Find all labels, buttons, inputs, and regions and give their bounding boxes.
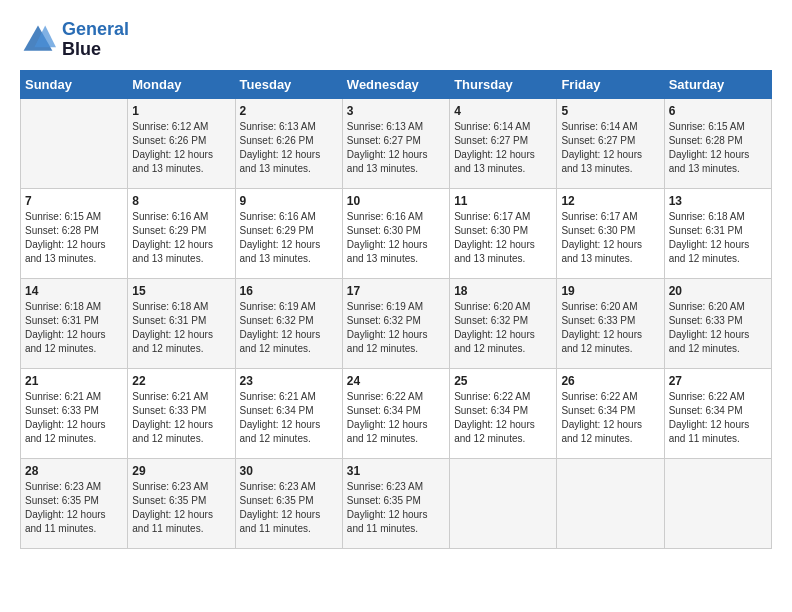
week-row-3: 14Sunrise: 6:18 AM Sunset: 6:31 PM Dayli… xyxy=(21,278,772,368)
day-cell: 28Sunrise: 6:23 AM Sunset: 6:35 PM Dayli… xyxy=(21,458,128,548)
day-info: Sunrise: 6:16 AM Sunset: 6:29 PM Dayligh… xyxy=(240,210,338,266)
day-cell: 22Sunrise: 6:21 AM Sunset: 6:33 PM Dayli… xyxy=(128,368,235,458)
day-info: Sunrise: 6:21 AM Sunset: 6:33 PM Dayligh… xyxy=(132,390,230,446)
day-info: Sunrise: 6:23 AM Sunset: 6:35 PM Dayligh… xyxy=(347,480,445,536)
day-info: Sunrise: 6:22 AM Sunset: 6:34 PM Dayligh… xyxy=(561,390,659,446)
day-cell: 21Sunrise: 6:21 AM Sunset: 6:33 PM Dayli… xyxy=(21,368,128,458)
day-cell: 1Sunrise: 6:12 AM Sunset: 6:26 PM Daylig… xyxy=(128,98,235,188)
day-header-monday: Monday xyxy=(128,70,235,98)
day-header-saturday: Saturday xyxy=(664,70,771,98)
day-info: Sunrise: 6:23 AM Sunset: 6:35 PM Dayligh… xyxy=(240,480,338,536)
day-info: Sunrise: 6:18 AM Sunset: 6:31 PM Dayligh… xyxy=(132,300,230,356)
day-number: 16 xyxy=(240,284,338,298)
day-cell: 18Sunrise: 6:20 AM Sunset: 6:32 PM Dayli… xyxy=(450,278,557,368)
day-info: Sunrise: 6:13 AM Sunset: 6:26 PM Dayligh… xyxy=(240,120,338,176)
day-number: 3 xyxy=(347,104,445,118)
day-cell xyxy=(557,458,664,548)
day-cell: 30Sunrise: 6:23 AM Sunset: 6:35 PM Dayli… xyxy=(235,458,342,548)
day-cell: 5Sunrise: 6:14 AM Sunset: 6:27 PM Daylig… xyxy=(557,98,664,188)
day-cell: 14Sunrise: 6:18 AM Sunset: 6:31 PM Dayli… xyxy=(21,278,128,368)
day-number: 7 xyxy=(25,194,123,208)
day-number: 2 xyxy=(240,104,338,118)
day-cell: 13Sunrise: 6:18 AM Sunset: 6:31 PM Dayli… xyxy=(664,188,771,278)
day-cell: 12Sunrise: 6:17 AM Sunset: 6:30 PM Dayli… xyxy=(557,188,664,278)
day-header-tuesday: Tuesday xyxy=(235,70,342,98)
logo-text: General Blue xyxy=(62,20,129,60)
day-info: Sunrise: 6:20 AM Sunset: 6:33 PM Dayligh… xyxy=(669,300,767,356)
day-cell xyxy=(450,458,557,548)
day-number: 24 xyxy=(347,374,445,388)
day-number: 18 xyxy=(454,284,552,298)
day-info: Sunrise: 6:14 AM Sunset: 6:27 PM Dayligh… xyxy=(561,120,659,176)
logo-line2: Blue xyxy=(62,40,129,60)
day-cell xyxy=(664,458,771,548)
day-number: 23 xyxy=(240,374,338,388)
day-number: 8 xyxy=(132,194,230,208)
week-row-4: 21Sunrise: 6:21 AM Sunset: 6:33 PM Dayli… xyxy=(21,368,772,458)
logo-line1: General xyxy=(62,20,129,40)
day-cell: 17Sunrise: 6:19 AM Sunset: 6:32 PM Dayli… xyxy=(342,278,449,368)
day-number: 15 xyxy=(132,284,230,298)
day-info: Sunrise: 6:21 AM Sunset: 6:33 PM Dayligh… xyxy=(25,390,123,446)
day-number: 28 xyxy=(25,464,123,478)
day-number: 27 xyxy=(669,374,767,388)
day-info: Sunrise: 6:13 AM Sunset: 6:27 PM Dayligh… xyxy=(347,120,445,176)
day-cell: 20Sunrise: 6:20 AM Sunset: 6:33 PM Dayli… xyxy=(664,278,771,368)
week-row-1: 1Sunrise: 6:12 AM Sunset: 6:26 PM Daylig… xyxy=(21,98,772,188)
days-header-row: SundayMondayTuesdayWednesdayThursdayFrid… xyxy=(21,70,772,98)
day-number: 19 xyxy=(561,284,659,298)
day-info: Sunrise: 6:22 AM Sunset: 6:34 PM Dayligh… xyxy=(454,390,552,446)
day-number: 22 xyxy=(132,374,230,388)
day-info: Sunrise: 6:16 AM Sunset: 6:30 PM Dayligh… xyxy=(347,210,445,266)
day-info: Sunrise: 6:23 AM Sunset: 6:35 PM Dayligh… xyxy=(25,480,123,536)
day-header-sunday: Sunday xyxy=(21,70,128,98)
day-cell: 24Sunrise: 6:22 AM Sunset: 6:34 PM Dayli… xyxy=(342,368,449,458)
day-cell: 8Sunrise: 6:16 AM Sunset: 6:29 PM Daylig… xyxy=(128,188,235,278)
day-number: 5 xyxy=(561,104,659,118)
day-number: 31 xyxy=(347,464,445,478)
day-info: Sunrise: 6:15 AM Sunset: 6:28 PM Dayligh… xyxy=(669,120,767,176)
day-info: Sunrise: 6:14 AM Sunset: 6:27 PM Dayligh… xyxy=(454,120,552,176)
day-number: 9 xyxy=(240,194,338,208)
day-cell xyxy=(21,98,128,188)
day-cell: 2Sunrise: 6:13 AM Sunset: 6:26 PM Daylig… xyxy=(235,98,342,188)
day-number: 21 xyxy=(25,374,123,388)
day-info: Sunrise: 6:15 AM Sunset: 6:28 PM Dayligh… xyxy=(25,210,123,266)
day-cell: 10Sunrise: 6:16 AM Sunset: 6:30 PM Dayli… xyxy=(342,188,449,278)
calendar-table: SundayMondayTuesdayWednesdayThursdayFrid… xyxy=(20,70,772,549)
day-number: 13 xyxy=(669,194,767,208)
day-number: 11 xyxy=(454,194,552,208)
day-info: Sunrise: 6:22 AM Sunset: 6:34 PM Dayligh… xyxy=(669,390,767,446)
day-info: Sunrise: 6:23 AM Sunset: 6:35 PM Dayligh… xyxy=(132,480,230,536)
day-number: 17 xyxy=(347,284,445,298)
logo: General Blue xyxy=(20,20,129,60)
day-info: Sunrise: 6:18 AM Sunset: 6:31 PM Dayligh… xyxy=(669,210,767,266)
day-info: Sunrise: 6:17 AM Sunset: 6:30 PM Dayligh… xyxy=(454,210,552,266)
day-info: Sunrise: 6:18 AM Sunset: 6:31 PM Dayligh… xyxy=(25,300,123,356)
day-info: Sunrise: 6:17 AM Sunset: 6:30 PM Dayligh… xyxy=(561,210,659,266)
day-info: Sunrise: 6:19 AM Sunset: 6:32 PM Dayligh… xyxy=(347,300,445,356)
week-row-5: 28Sunrise: 6:23 AM Sunset: 6:35 PM Dayli… xyxy=(21,458,772,548)
day-info: Sunrise: 6:20 AM Sunset: 6:33 PM Dayligh… xyxy=(561,300,659,356)
day-cell: 7Sunrise: 6:15 AM Sunset: 6:28 PM Daylig… xyxy=(21,188,128,278)
day-cell: 9Sunrise: 6:16 AM Sunset: 6:29 PM Daylig… xyxy=(235,188,342,278)
day-cell: 29Sunrise: 6:23 AM Sunset: 6:35 PM Dayli… xyxy=(128,458,235,548)
day-number: 4 xyxy=(454,104,552,118)
day-info: Sunrise: 6:19 AM Sunset: 6:32 PM Dayligh… xyxy=(240,300,338,356)
logo-icon xyxy=(20,22,56,58)
day-cell: 15Sunrise: 6:18 AM Sunset: 6:31 PM Dayli… xyxy=(128,278,235,368)
day-info: Sunrise: 6:22 AM Sunset: 6:34 PM Dayligh… xyxy=(347,390,445,446)
day-cell: 19Sunrise: 6:20 AM Sunset: 6:33 PM Dayli… xyxy=(557,278,664,368)
day-info: Sunrise: 6:16 AM Sunset: 6:29 PM Dayligh… xyxy=(132,210,230,266)
day-info: Sunrise: 6:21 AM Sunset: 6:34 PM Dayligh… xyxy=(240,390,338,446)
day-cell: 27Sunrise: 6:22 AM Sunset: 6:34 PM Dayli… xyxy=(664,368,771,458)
day-header-friday: Friday xyxy=(557,70,664,98)
day-number: 14 xyxy=(25,284,123,298)
day-number: 29 xyxy=(132,464,230,478)
day-cell: 31Sunrise: 6:23 AM Sunset: 6:35 PM Dayli… xyxy=(342,458,449,548)
day-number: 20 xyxy=(669,284,767,298)
day-header-thursday: Thursday xyxy=(450,70,557,98)
day-cell: 3Sunrise: 6:13 AM Sunset: 6:27 PM Daylig… xyxy=(342,98,449,188)
day-number: 6 xyxy=(669,104,767,118)
day-cell: 16Sunrise: 6:19 AM Sunset: 6:32 PM Dayli… xyxy=(235,278,342,368)
